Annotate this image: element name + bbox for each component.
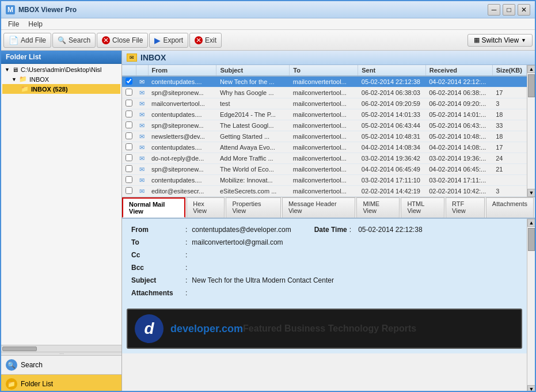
table-row[interactable]: ✉ spn@sitepronew... The Latest Googl... … (122, 120, 527, 131)
row-subject: test (216, 98, 290, 109)
row-received: 05-02-2014 14:01:... (425, 109, 492, 120)
table-row[interactable]: ✉ contentupdates.... Attend Avaya Evo...… (122, 142, 527, 153)
row-size: 21 (492, 164, 526, 175)
view-tab-message-header[interactable]: Message Header View (282, 197, 356, 218)
field-row-attachments: Attachments : (131, 287, 518, 299)
row-checkbox[interactable] (126, 176, 132, 183)
row-checkbox-cell[interactable] (122, 153, 136, 164)
row-checkbox[interactable] (126, 143, 132, 150)
col-header-to[interactable]: To (290, 65, 358, 76)
table-row[interactable]: ✉ editor@esitesecr... eSiteSecrets.com .… (122, 186, 527, 197)
preview-scroll-track (527, 227, 535, 385)
row-to: mailconvertertool... (290, 142, 358, 153)
row-to: mailconvertertool... (290, 131, 358, 142)
menu-help[interactable]: Help (24, 19, 47, 29)
search-button[interactable]: 🔍 Search (52, 33, 96, 48)
search-tab[interactable]: 🔍 Search (1, 356, 121, 375)
row-checkbox[interactable] (126, 100, 132, 106)
col-header-size[interactable]: Size(KB) (492, 65, 526, 76)
view-tab-html[interactable]: HTML View (401, 197, 444, 218)
table-row[interactable]: ✉ spn@sitepronew... Why has Google ... m… (122, 87, 527, 98)
tree-item-inbox-parent[interactable]: ▼ 📁 INBOX (2, 74, 120, 84)
table-row[interactable]: ✉ spn@sitepronew... The World of Eco... … (122, 164, 527, 175)
menu-file[interactable]: File (3, 19, 24, 29)
view-tab-rtf[interactable]: RTF View (446, 197, 485, 218)
folder-list-tab[interactable]: 📁 Folder List (1, 375, 121, 392)
row-to: mailconvertertool... (290, 186, 358, 197)
scroll-thumb-v[interactable] (528, 74, 535, 97)
view-tab-mime[interactable]: MIME View (356, 197, 400, 218)
add-file-button[interactable]: 📄 Add File (3, 33, 51, 48)
export-button[interactable]: ▶ Export (149, 33, 188, 48)
row-checkbox-cell[interactable] (122, 120, 136, 131)
row-received: 04-02-2014 22:12:... (425, 76, 492, 87)
datetime-label: Date Time (314, 226, 347, 234)
close-button[interactable]: ✕ (518, 4, 530, 16)
row-from: spn@sitepronew... (148, 120, 216, 131)
minimize-button[interactable]: ─ (488, 4, 500, 16)
row-checkbox-cell[interactable] (122, 164, 136, 175)
tree-item-inbox[interactable]: 📁 INBOX (528) (2, 84, 120, 94)
table-row[interactable]: ✉ contentupdates.... Edge2014 - The P...… (122, 109, 527, 120)
row-checkbox[interactable] (126, 111, 132, 117)
view-tab-properties[interactable]: Properties View (226, 197, 280, 218)
table-row[interactable]: ✉ do-not-reply@de... Add More Traffic ..… (122, 153, 527, 164)
row-checkbox[interactable] (126, 121, 132, 128)
exit-button[interactable]: ✕ Exit (189, 33, 222, 48)
row-checkbox-cell[interactable] (122, 76, 136, 87)
view-tab-attachments[interactable]: Attachments (486, 197, 534, 218)
view-tab-hex[interactable]: Hex View (187, 197, 225, 218)
subject-colon: : (183, 276, 189, 284)
row-checkbox-cell[interactable] (122, 109, 136, 120)
table-row[interactable]: ✉ newsletters@dev... Getting Started ...… (122, 131, 527, 142)
table-row[interactable]: ✉ contentupdates.... Mobilize: Innovat..… (122, 175, 527, 186)
email-table-scroll[interactable]: From Subject To Sent Received Size(KB) ✉… (122, 65, 527, 197)
row-checkbox-cell[interactable] (122, 175, 136, 186)
row-checkbox[interactable] (126, 154, 132, 161)
col-header-sent[interactable]: Sent (358, 65, 425, 76)
preview-scroll-up-button[interactable]: ▲ (527, 219, 535, 227)
scroll-thumb-h[interactable] (2, 347, 37, 351)
row-checkbox[interactable] (126, 132, 132, 139)
row-icon-cell: ✉ (136, 87, 148, 98)
row-checkbox-cell[interactable] (122, 142, 136, 153)
row-checkbox-cell[interactable] (122, 186, 136, 197)
switch-view-button[interactable]: ▦ Switch View ▼ (467, 34, 533, 47)
row-received: 02-02-2014 10:42:... (425, 186, 492, 197)
row-subject: eSiteSecrets.com ... (216, 186, 290, 197)
row-checkbox[interactable] (126, 187, 132, 194)
row-from: do-not-reply@de... (148, 153, 216, 164)
col-header-from[interactable]: From (148, 65, 216, 76)
menu-bar: File Help (1, 18, 535, 30)
row-checkbox[interactable] (126, 78, 132, 85)
folder-icon-2: 📁 (21, 85, 29, 93)
tree-inbox-parent-label: INBOX (29, 76, 49, 83)
row-size: 17 (492, 87, 526, 98)
row-checkbox[interactable] (126, 89, 132, 96)
table-row[interactable]: ✉ mailconvertertool... test mailconverte… (122, 98, 527, 109)
tree-item-root[interactable]: ▼ 🖥 C:\Users\admin\Desktop\Nisl (2, 65, 120, 74)
maximize-button[interactable]: □ (503, 4, 515, 16)
row-checkbox[interactable] (126, 165, 132, 172)
col-header-received[interactable]: Received (425, 65, 492, 76)
row-checkbox-cell[interactable] (122, 98, 136, 109)
row-checkbox-cell[interactable] (122, 131, 136, 142)
table-row[interactable]: ✉ contentupdates.... New Tech for the ..… (122, 76, 527, 87)
row-size (492, 175, 526, 186)
folder-tab-label: Folder List (21, 380, 53, 388)
scroll-down-button[interactable]: ▼ (527, 189, 535, 197)
view-tab-normal[interactable]: Normal Mail View (122, 197, 185, 218)
vertical-scrollbar-table[interactable]: ▲ ▼ (527, 65, 535, 197)
email-icon: ✉ (139, 122, 145, 129)
scroll-up-button[interactable]: ▲ (527, 65, 535, 73)
vertical-scrollbar-preview[interactable]: ▲ ▼ (527, 219, 535, 392)
to-value: mailconvertertool@gmail.com (189, 238, 283, 246)
folder-tree[interactable]: ▼ 🖥 C:\Users\admin\Desktop\Nisl ▼ 📁 INBO… (1, 64, 121, 345)
col-header-subject[interactable]: Subject (216, 65, 290, 76)
row-checkbox-cell[interactable] (122, 87, 136, 98)
preview-scroll-down-button[interactable]: ▼ (527, 385, 535, 392)
close-file-button[interactable]: ✕ Close File (97, 33, 148, 48)
preview-scroll-thumb[interactable] (528, 228, 535, 251)
preview-area: From : contentupdates@developer.com Date… (122, 219, 535, 392)
email-icon: ✉ (139, 100, 145, 107)
